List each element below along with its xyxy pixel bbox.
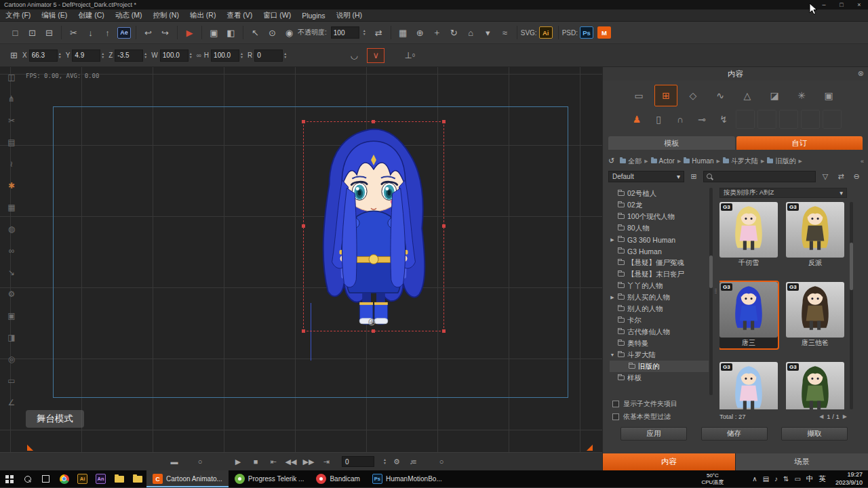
library-tab[interactable]: 自订 xyxy=(736,136,863,150)
range-start-marker[interactable] xyxy=(27,445,33,451)
subtype-empty-slot[interactable] xyxy=(779,110,798,129)
opacity-stepper[interactable]: ▲▼ xyxy=(363,29,366,36)
asset-thumbnail[interactable]: G3 反派 xyxy=(786,202,844,268)
apply-button[interactable]: 应用 xyxy=(620,427,687,441)
scrub-knob-icon[interactable]: ○ xyxy=(434,458,449,466)
redo-icon[interactable]: ↪ xyxy=(157,24,174,41)
reset-axis-button[interactable]: ⊥0 xyxy=(401,48,418,63)
clipboard-icon[interactable]: ▣ xyxy=(205,24,222,41)
category-project-icon[interactable]: ▭ xyxy=(627,85,650,106)
sprite-curve-button[interactable]: ◡ xyxy=(345,48,363,63)
taskbar-app-humanmotion[interactable]: HumanMotionBo... xyxy=(366,470,448,487)
transform-field-input[interactable] xyxy=(160,49,189,62)
category-scene-icon[interactable]: △ xyxy=(736,85,759,106)
menu-item[interactable]: 输出 (R) xyxy=(184,9,222,21)
subtype-empty-slot[interactable] xyxy=(736,110,755,129)
category-accessory-icon[interactable]: ◇ xyxy=(682,85,705,106)
tree-folder-item[interactable]: G3 Human xyxy=(610,245,709,257)
profile-dropdown[interactable]: Default ▾ xyxy=(608,171,684,182)
select-arrow-icon[interactable]: ↖ xyxy=(247,24,264,41)
opacity-input[interactable] xyxy=(331,26,359,39)
camera-tool-icon[interactable]: ▣ xyxy=(4,310,19,322)
menu-item[interactable]: Plugins xyxy=(296,9,330,21)
audio-icon[interactable]: ♪ xyxy=(404,458,419,466)
render-image-icon[interactable]: ▦ xyxy=(395,24,412,41)
menu-item[interactable]: 窗口 (W) xyxy=(258,9,296,21)
bone-tool-icon[interactable]: ⋔ xyxy=(4,93,19,105)
selection-handle[interactable] xyxy=(442,120,446,123)
taskbar-app-progress-telerik[interactable]: Progress Telerik ... xyxy=(229,470,311,487)
breadcrumb-item[interactable]: 斗罗大陆 xyxy=(723,157,758,166)
render-tool-icon[interactable]: ◨ xyxy=(4,331,19,344)
asset-thumbnail[interactable]: G3 xyxy=(719,362,778,409)
tree-expander-icon[interactable]: ▶ xyxy=(610,295,615,300)
category-animation-icon[interactable]: ∿ xyxy=(709,85,732,106)
selection-handle[interactable] xyxy=(372,120,375,123)
photoshop-export-button[interactable]: Ps xyxy=(580,26,593,39)
collapse-panel-icon[interactable]: « xyxy=(861,158,864,165)
compose-mode-icon[interactable]: ◫ xyxy=(4,71,19,83)
category-actor-icon[interactable]: ⊞ xyxy=(654,85,677,106)
import-icon[interactable]: ↓ xyxy=(82,24,99,41)
subtype-hair-icon[interactable]: ∩ xyxy=(671,110,690,129)
tree-expander-icon[interactable]: ▶ xyxy=(610,237,615,243)
mask-tool-icon[interactable]: ◍ xyxy=(4,223,19,235)
frame-counter-input[interactable] xyxy=(342,456,374,467)
scissors-tool-icon[interactable]: ✂ xyxy=(4,115,19,127)
tray-display-icon[interactable]: ▭ xyxy=(795,475,801,483)
close-button[interactable]: × xyxy=(850,0,868,9)
maximize-button[interactable]: □ xyxy=(833,0,850,9)
sprite-tool-icon[interactable]: ✱ xyxy=(4,180,19,192)
character-selection-box[interactable] xyxy=(303,121,444,331)
home-icon[interactable]: ⌂ xyxy=(462,24,479,41)
selection-handle[interactable] xyxy=(442,329,446,333)
subtype-empty-slot[interactable] xyxy=(801,110,820,129)
tree-folder-item[interactable]: 旧版的 xyxy=(610,361,709,372)
transform-field-stepper[interactable]: ▲▼ xyxy=(58,52,62,59)
last-frame-button[interactable]: ⇥ xyxy=(319,458,334,466)
selection-handle[interactable] xyxy=(302,120,305,123)
deform-tool-icon[interactable]: ▦ xyxy=(4,201,19,214)
prev-page-icon[interactable]: ◀ xyxy=(819,413,823,420)
flip-icon[interactable]: ⇄ xyxy=(370,24,387,41)
tree-folder-item[interactable]: 80人物 xyxy=(610,222,709,234)
sync-icon[interactable]: ⇄ xyxy=(835,171,847,182)
pin-icon[interactable]: ⊙ xyxy=(264,24,281,41)
character-tang-san[interactable] xyxy=(304,122,443,331)
menu-item[interactable]: 文件 (F) xyxy=(0,9,36,21)
selection-handle[interactable] xyxy=(442,224,446,228)
show-subfolder-checkbox[interactable]: 显示子文件夹项目 xyxy=(612,399,677,409)
tree-folder-item[interactable]: ▶ 别人买的人物 xyxy=(610,291,709,303)
wrench-tool-icon[interactable]: ⚙ xyxy=(4,288,19,300)
transform-field-input[interactable] xyxy=(254,49,283,62)
transform-field-stepper[interactable]: ▲▼ xyxy=(283,52,287,59)
tree-folder-item[interactable]: 卡尔 xyxy=(610,314,709,326)
tray-battery-icon[interactable]: ▤ xyxy=(763,475,769,483)
tree-folder-item[interactable]: 丫丫的人物 xyxy=(610,280,709,291)
move-icon[interactable]: ＋ xyxy=(429,24,446,41)
selection-handle[interactable] xyxy=(302,329,305,333)
asset-scrollbar-thumb[interactable] xyxy=(850,243,853,290)
menu-item[interactable]: 编辑 (E) xyxy=(36,9,73,21)
capture-button[interactable]: 撷取 xyxy=(781,427,848,441)
tree-folder-item[interactable]: 样板 xyxy=(610,372,709,384)
visibility-icon[interactable]: ◉ xyxy=(281,24,298,41)
play-button[interactable]: ▶ xyxy=(231,458,245,466)
undo-icon[interactable]: ↩ xyxy=(140,24,157,41)
breadcrumb-item[interactable]: Human xyxy=(684,157,713,165)
layer-tool-icon[interactable]: ▤ xyxy=(4,136,19,148)
asset-thumbnail[interactable]: G3 唐三 xyxy=(719,282,778,348)
transform-field-input[interactable] xyxy=(115,49,143,62)
tree-folder-item[interactable]: 【悬疑】末日丧尸 xyxy=(610,268,709,280)
breadcrumb-back-icon[interactable]: ↺ xyxy=(608,157,614,165)
tree-folder-item[interactable]: 02龙 xyxy=(610,199,709,211)
transform-field-input[interactable] xyxy=(29,49,58,62)
anchor-icon[interactable]: ⊕ xyxy=(412,24,429,41)
breadcrumb-item[interactable]: Actor xyxy=(651,157,675,165)
motion-live-button[interactable]: M xyxy=(597,26,611,39)
menu-item[interactable]: 控制 (N) xyxy=(147,9,184,21)
tree-folder-item[interactable]: ▼ 斗罗大陆 xyxy=(610,349,709,361)
subtype-character-icon[interactable]: ♟ xyxy=(627,110,646,129)
link-wh-icon[interactable]: ∞ xyxy=(197,52,201,59)
start-button[interactable] xyxy=(0,470,18,487)
